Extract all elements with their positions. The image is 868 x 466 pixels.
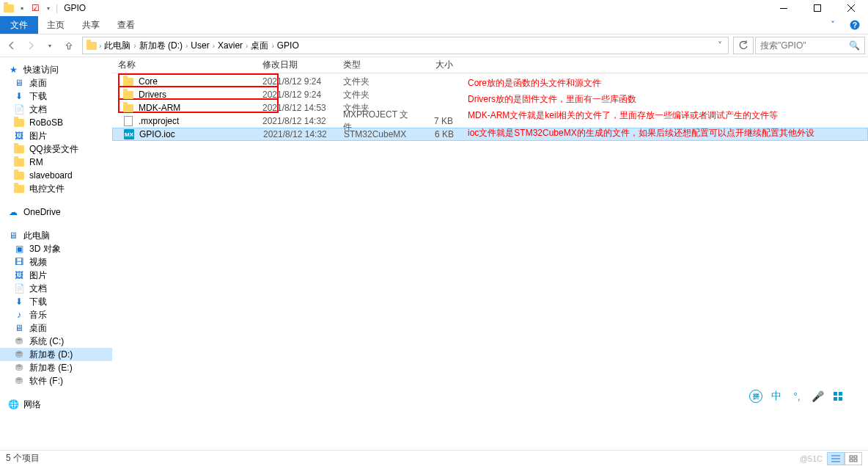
chevron-right-icon[interactable]: › <box>99 42 101 50</box>
folder-icon <box>13 156 25 168</box>
sidebar-item-label: 图片 <box>29 130 47 142</box>
chevron-right-icon[interactable]: › <box>213 42 215 50</box>
sidebar-item[interactable]: ⛃新加卷 (D:) <box>0 348 112 361</box>
folder-icon <box>122 76 134 87</box>
mx-icon: MX <box>123 128 135 140</box>
breadcrumb-item[interactable]: 新加卷 (D:) <box>138 40 184 52</box>
watermark: @51C <box>800 454 823 463</box>
refresh-button[interactable] <box>733 37 754 54</box>
sidebar-item[interactable]: ▣3D 对象 <box>0 242 112 255</box>
checkbox-icon[interactable]: ☑ <box>29 2 41 14</box>
tool-grid-icon[interactable] <box>831 390 845 403</box>
chevron-right-icon[interactable]: › <box>271 42 273 50</box>
up-button[interactable] <box>60 37 78 54</box>
sidebar-item[interactable]: ⛃系统 (C:) <box>0 335 112 348</box>
sidebar-item[interactable]: ⬇下载 <box>0 90 112 103</box>
desktop-icon: 🖥 <box>13 322 25 334</box>
star-icon: ★ <box>7 64 19 76</box>
breadcrumb-item[interactable]: 桌面 <box>249 40 270 52</box>
breadcrumb-item[interactable]: Xavier <box>216 40 244 51</box>
details-view-button[interactable] <box>827 452 845 465</box>
help-icon[interactable]: ? <box>846 16 864 34</box>
minimize-button[interactable] <box>767 0 801 16</box>
chevron-right-icon[interactable]: › <box>133 42 136 50</box>
address-dropdown-icon[interactable]: ˅ <box>715 40 725 51</box>
tool-zhong-icon[interactable]: 中 <box>770 390 783 403</box>
annotation-text: Drivers放的是固件文件，里面有一些库函数 <box>468 91 814 107</box>
status-item-count: 5 个项目 <box>6 452 40 465</box>
breadcrumb-item[interactable]: 此电脑 <box>103 40 132 52</box>
sidebar-item[interactable]: ♪音乐 <box>0 308 112 321</box>
sidebar-item[interactable]: 🖼图片 <box>0 129 112 142</box>
breadcrumb-item[interactable]: User <box>189 40 210 51</box>
svg-rect-6 <box>834 392 837 396</box>
column-name[interactable]: 名称 <box>112 59 262 71</box>
tool-ime-icon[interactable]: 拼 <box>749 390 762 403</box>
file-type: 文件夹 <box>343 76 416 88</box>
properties-icon[interactable]: ▪ <box>16 2 28 14</box>
sidebar-item[interactable]: RoBoSB <box>0 116 112 129</box>
sidebar-item-label: 系统 (C:) <box>29 335 64 348</box>
sidebar-label: OneDrive <box>23 207 61 217</box>
sidebar-item[interactable]: 📄文档 <box>0 282 112 295</box>
sidebar-item[interactable]: QQ接受文件 <box>0 142 112 156</box>
file-tab[interactable]: 文件 <box>0 16 38 34</box>
sidebar-item-label: 音乐 <box>29 309 47 321</box>
disk-icon: ⛃ <box>13 349 25 360</box>
recent-dropdown-icon[interactable]: ▾ <box>41 37 59 54</box>
tab-share[interactable]: 共享 <box>73 16 108 34</box>
annotation-text: Core放的是函数的头文件和源文件 <box>468 75 814 91</box>
sidebar-item[interactable]: ⛃软件 (F:) <box>0 374 112 387</box>
breadcrumb-item[interactable]: GPIO <box>276 40 301 51</box>
maximize-button[interactable] <box>801 0 834 16</box>
tool-mic-icon[interactable]: 🎤 <box>811 390 824 403</box>
sidebar-network[interactable]: 🌐 网络 <box>0 398 112 411</box>
sidebar-item[interactable]: ⛃新加卷 (E:) <box>0 361 112 374</box>
sidebar-item-label: 文档 <box>29 283 47 295</box>
column-date[interactable]: 修改日期 <box>262 59 343 71</box>
ribbon-expand-icon[interactable]: ˅ <box>824 16 842 34</box>
sidebar-item[interactable]: 📄文档 <box>0 103 112 116</box>
sidebar-item[interactable]: 电控文件 <box>0 182 112 195</box>
chevron-right-icon[interactable]: › <box>185 42 188 50</box>
tool-punct-icon[interactable]: °, <box>790 390 803 403</box>
sidebar-quick-access[interactable]: ★ 快速访问 <box>0 63 112 76</box>
floating-toolbar: 拼 中 °, 🎤 <box>749 390 845 403</box>
sidebar-item[interactable]: 🎞视频 <box>0 255 112 269</box>
sidebar-item-label: 文档 <box>29 103 47 116</box>
sidebar-this-pc[interactable]: 🖥 此电脑 <box>0 229 112 242</box>
tab-home[interactable]: 主页 <box>38 16 73 34</box>
qat-dropdown-icon[interactable]: ▾ <box>43 2 54 14</box>
sidebar-item[interactable]: 🖥桌面 <box>0 321 112 335</box>
column-size[interactable]: 大小 <box>416 59 460 71</box>
svg-rect-8 <box>834 397 837 401</box>
sidebar-label: 快速访问 <box>23 64 59 76</box>
chevron-right-icon[interactable]: › <box>246 42 248 50</box>
sidebar-item[interactable]: slaveboard <box>0 169 112 182</box>
disk-icon: ⛃ <box>13 362 25 374</box>
sidebar-item-label: 新加卷 (D:) <box>29 349 73 361</box>
folder-icon <box>3 2 15 14</box>
sidebar-item[interactable]: RM <box>0 156 112 169</box>
column-type[interactable]: 类型 <box>343 59 416 71</box>
address-bar[interactable]: › 此电脑 › 新加卷 (D:) › User › Xavier › 桌面 › … <box>82 37 729 54</box>
svg-rect-13 <box>850 456 853 458</box>
search-input[interactable]: 搜索"GPIO" 🔍 <box>755 37 865 54</box>
sidebar-item[interactable]: ⬇下载 <box>0 295 112 308</box>
file-size: 7 KB <box>416 116 460 126</box>
sidebar-item-label: 新加卷 (E:) <box>29 362 73 374</box>
sidebar-item[interactable]: 🖥桌面 <box>0 76 112 90</box>
sidebar-item-label: 下载 <box>29 90 47 103</box>
tab-view[interactable]: 查看 <box>108 16 144 34</box>
file-date: 2021/8/12 14:53 <box>262 103 343 113</box>
close-button[interactable] <box>834 0 868 16</box>
file-name: .mxproject <box>139 116 179 126</box>
thumbnails-view-button[interactable] <box>845 452 862 465</box>
forward-button[interactable] <box>22 37 40 54</box>
back-button[interactable] <box>3 37 21 54</box>
file-date: 2021/8/12 14:32 <box>263 129 344 139</box>
sidebar-item[interactable]: 🖼图片 <box>0 269 112 282</box>
sidebar-onedrive[interactable]: ☁ OneDrive <box>0 205 112 219</box>
annotations: Core放的是函数的头文件和源文件 Drivers放的是固件文件，里面有一些库函… <box>468 75 814 141</box>
folder-icon <box>13 117 25 128</box>
